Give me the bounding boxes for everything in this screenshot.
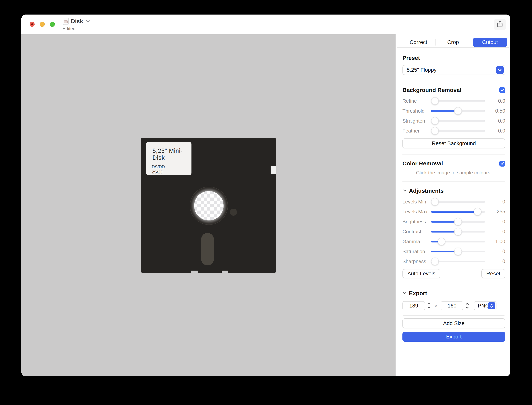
export-button[interactable]: Export (402, 332, 505, 342)
slider-label: Straighten (402, 118, 431, 124)
minimize-button[interactable] (40, 22, 45, 27)
slider-value: 255 (487, 209, 505, 215)
adjustments-reset-button[interactable]: Reset (481, 269, 505, 278)
export-height-input[interactable] (441, 301, 463, 310)
add-size-button[interactable]: Add Size (402, 318, 505, 328)
preset-value: 5.25" Floppy (407, 67, 436, 73)
close-button[interactable] (30, 22, 35, 27)
slider-thumb[interactable] (454, 107, 462, 115)
edited-badge: Edited (62, 26, 91, 31)
slider-thumb[interactable] (454, 248, 462, 255)
slider-row-straighten: Straighten 0.0 (402, 116, 505, 126)
contrast-slider[interactable] (431, 227, 485, 236)
section-divider (402, 154, 505, 155)
saturation-slider[interactable] (431, 247, 485, 256)
preset-select[interactable]: 5.25" Floppy (402, 65, 505, 75)
cutout-panel: Preset 5.25" Floppy Background Removal (396, 48, 510, 376)
slider-value: 0.0 (487, 128, 505, 134)
brightness-slider[interactable] (431, 217, 485, 226)
slider-thumb[interactable] (474, 208, 481, 216)
slider-value: 0 (487, 249, 505, 255)
slider-label: Gamma (402, 239, 431, 245)
width-stepper[interactable] (426, 301, 432, 310)
export-divider (403, 315, 505, 316)
export-format-value: PNG (478, 303, 489, 309)
slider-row-levels-min: Levels Min 0 (402, 197, 505, 207)
slider-label: Refine (402, 98, 431, 104)
color-removal-checkbox[interactable] (499, 161, 505, 167)
tab-cutout[interactable]: Cutout (473, 38, 507, 47)
height-stepper[interactable] (465, 301, 470, 310)
threshold-slider[interactable] (431, 107, 485, 115)
export-collapse-chevron-icon[interactable] (402, 291, 407, 296)
preset-chevron-down-icon[interactable] (496, 66, 504, 74)
slider-thumb[interactable] (431, 127, 439, 135)
slider-thumb[interactable] (431, 97, 439, 105)
preset-heading: Preset (402, 55, 505, 61)
slider-label: Sharpness (402, 258, 431, 264)
export-size-row: × PNG (402, 301, 505, 310)
disk-label-lines: DS/DD 2S/2D soft 48 TPI (152, 164, 192, 175)
export-heading: Export (409, 290, 427, 297)
title-chevron-down-icon[interactable] (85, 19, 91, 24)
mode-tabbar: Correct Crop Cutout (397, 37, 509, 48)
levels-max-slider[interactable] (431, 208, 485, 216)
traffic-lights (30, 22, 55, 27)
auto-levels-button[interactable]: Auto Levels (402, 269, 440, 278)
adjustments-collapse-chevron-icon[interactable] (402, 188, 407, 194)
disk-readwrite-slot (201, 233, 214, 265)
color-removal-heading: Color Removal (402, 160, 443, 167)
slider-thumb[interactable] (454, 228, 462, 235)
slider-value: 0.0 (487, 98, 505, 104)
zoom-button[interactable] (50, 22, 55, 27)
slider-row-saturation: Saturation 0 (402, 246, 505, 256)
title-block: Disk Edited (63, 18, 91, 31)
tab-correct[interactable]: Correct (401, 38, 435, 47)
slider-label: Feather (402, 128, 431, 134)
feather-slider[interactable] (431, 127, 485, 135)
window-title: Disk (71, 18, 83, 24)
slider-row-feather: Feather 0.0 (402, 126, 505, 136)
format-chevron-up-down-icon (488, 302, 495, 309)
image-canvas[interactable]: 5,25" Mini-Disk DS/DD 2S/2D soft 48 TPI (21, 34, 396, 376)
slider-row-levels-max: Levels Max 255 (402, 207, 505, 217)
color-removal-hint: Click the image to sample colours. (402, 170, 505, 176)
straighten-slider[interactable] (431, 117, 485, 125)
slider-value: 0 (487, 258, 505, 264)
document-icon (63, 18, 69, 25)
tab-crop[interactable]: Crop (436, 38, 470, 47)
slider-row-contrast: Contrast 0 (402, 227, 505, 236)
export-width-input[interactable] (402, 301, 425, 310)
slider-value: 0 (487, 219, 505, 225)
desktop: Disk Edited (0, 0, 532, 405)
slider-label: Contrast (402, 229, 431, 235)
disk-hub-transparent-hole (194, 191, 224, 221)
share-button[interactable] (494, 19, 506, 30)
slider-thumb[interactable] (454, 218, 462, 225)
slider-thumb[interactable] (431, 257, 439, 265)
slider-label: Threshold (402, 108, 431, 114)
slider-thumb[interactable] (438, 238, 445, 245)
background-removal-checkbox[interactable] (499, 87, 505, 93)
export-format-select[interactable]: PNG (474, 301, 496, 310)
slider-thumb[interactable] (431, 117, 439, 125)
section-divider (402, 284, 505, 284)
slider-label: Levels Min (402, 199, 431, 205)
adjustments-sliders: Levels Min 0 Levels Max (402, 197, 505, 266)
slider-label: Saturation (402, 249, 431, 255)
section-divider (402, 182, 505, 182)
content: 5,25" Mini-Disk DS/DD 2S/2D soft 48 TPI (21, 34, 510, 376)
levels-min-slider[interactable] (431, 197, 485, 206)
slider-row-brightness: Brightness 0 (402, 217, 505, 227)
disk-bottom-notch (222, 270, 228, 273)
slider-thumb[interactable] (431, 198, 439, 206)
floppy-disk-image[interactable]: 5,25" Mini-Disk DS/DD 2S/2D soft 48 TPI (141, 138, 276, 273)
gamma-slider[interactable] (431, 237, 485, 246)
refine-slider[interactable] (431, 97, 485, 105)
sharpness-slider[interactable] (431, 257, 485, 266)
disk-sticker-label: 5,25" Mini-Disk DS/DD 2S/2D soft 48 TPI (146, 142, 192, 175)
reset-background-button[interactable]: Reset Background (402, 138, 505, 148)
share-icon (496, 20, 503, 29)
slider-row-threshold: Threshold 0.50 (402, 106, 505, 116)
slider-row-gamma: Gamma 1.00 (402, 236, 505, 246)
